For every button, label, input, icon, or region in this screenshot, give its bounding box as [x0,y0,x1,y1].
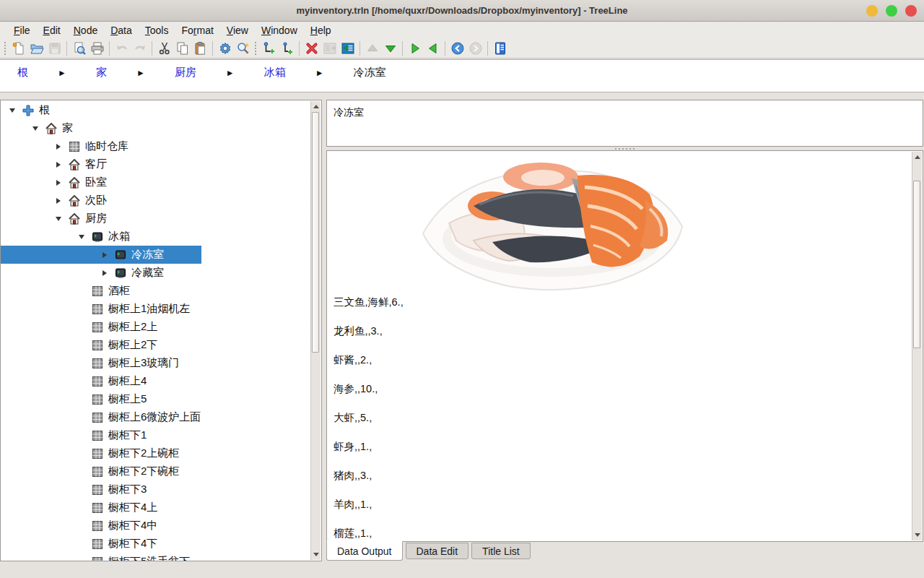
tree-item[interactable]: 酒柜 [1,282,311,300]
tree-item-label: 橱柜上2下 [108,338,157,352]
tree-item[interactable]: 根 [1,101,311,119]
tree-item[interactable]: 冰箱 [1,228,311,246]
tree-panel[interactable]: 根家临时仓库客厅卧室次卧厨房冰箱冷冻室冷藏室酒柜橱柜上1油烟机左橱柜上2上橱柜上… [0,100,322,561]
tree-item[interactable]: 厨房 [1,210,311,228]
scroll-down-button[interactable] [311,550,321,559]
tree-item[interactable]: 橱柜下4上 [1,499,311,517]
scrollbar-thumb[interactable] [913,181,920,348]
cut-icon[interactable] [155,40,173,57]
expander-spacer [77,504,86,512]
tree-item[interactable]: 橱柜下4下 [1,535,311,553]
tree-item[interactable]: 橱柜上3玻璃门 [1,354,311,372]
insert-sibling-before-icon[interactable] [260,40,278,57]
settings-gear-icon[interactable] [216,40,234,57]
tree-item[interactable]: 冷冻室 [1,246,311,264]
expander-open-icon[interactable] [77,233,86,241]
tree-item[interactable]: 橱柜上5 [1,390,311,408]
maximize-button[interactable] [886,5,897,17]
expander-closed-icon[interactable] [54,197,63,205]
tree-item[interactable]: 橱柜下4中 [1,517,311,535]
output-line: 猪肉,,3., [334,469,404,482]
tree-item[interactable]: 橱柜上6微波炉上面 [1,408,311,426]
expander-closed-icon[interactable] [54,178,63,187]
tree-item[interactable]: 橱柜上4 [1,372,311,390]
tab-title-list[interactable]: Title List [471,543,531,559]
print-preview-icon[interactable] [70,40,88,57]
expander-spacer [77,413,86,422]
tree-item[interactable]: 橱柜下5洗手盆下 [1,553,311,561]
shift-left-icon[interactable] [339,40,357,57]
toolbar-drag-handle[interactable] [4,41,7,56]
scroll-up-button[interactable] [311,102,321,111]
menu-node[interactable]: Node [67,23,104,38]
tree-item-label: 冷冻室 [131,248,164,262]
node-title-text: 冷冻室 [334,106,364,118]
breadcrumb-link[interactable]: 根 [17,66,28,79]
scrollbar-thumb[interactable] [312,112,319,353]
close-button[interactable] [905,5,917,17]
expander-closed-icon[interactable] [54,160,63,169]
tree-scrollbar[interactable] [310,101,321,560]
tree-item[interactable]: 卧室 [1,173,311,191]
tab-data-edit[interactable]: Data Edit [406,543,469,559]
expander-open-icon[interactable] [31,124,40,133]
breadcrumb-link[interactable]: 冰箱 [264,66,286,79]
menu-window[interactable]: Window [255,23,304,38]
expander-closed-icon[interactable] [100,251,109,259]
go-next-icon[interactable] [406,40,424,57]
tree-item[interactable]: 橱柜上2下 [1,336,311,354]
go-back-icon[interactable] [448,40,466,57]
tree-item[interactable]: 橱柜下3 [1,480,311,499]
copy-icon[interactable] [173,40,191,57]
open-file-icon[interactable] [27,40,45,57]
minimize-button[interactable] [866,5,878,17]
expander-open-icon[interactable] [54,215,63,223]
print-icon[interactable] [88,40,106,57]
move-down-icon[interactable] [381,40,399,57]
menu-tools[interactable]: Tools [139,23,175,38]
tree-item[interactable]: 橱柜下2下碗柜 [1,462,311,480]
window-titlebar[interactable]: myinventory.trln [/home/quxr/Downloads/D… [0,0,924,22]
toolbar-drag-handle[interactable] [254,41,258,56]
tree-item[interactable]: 客厅 [1,155,311,173]
menu-format[interactable]: Format [175,23,219,38]
tree-item[interactable]: 冷藏室 [1,264,311,282]
tree-item[interactable]: 橱柜下2上碗柜 [1,444,311,462]
tree-item[interactable]: 临时仓库 [1,137,311,155]
expander-closed-icon[interactable] [54,142,63,151]
tree-item[interactable]: 次卧 [1,191,311,210]
menu-view[interactable]: View [220,23,255,38]
expander-closed-icon[interactable] [100,269,109,277]
output-scrollbar[interactable] [912,152,922,540]
paste-icon[interactable] [191,40,209,57]
delete-node-icon[interactable] [302,40,321,57]
toggle-child-pane-icon[interactable] [491,40,509,57]
house-icon [69,159,80,171]
grid-icon [92,358,103,369]
find-icon[interactable] [234,40,252,57]
menu-file[interactable]: File [7,23,37,38]
tree-item[interactable]: 家 [1,119,311,137]
go-prev-icon[interactable] [424,40,442,57]
new-file-icon[interactable] [9,40,27,57]
scroll-up-button[interactable] [912,152,922,162]
breadcrumb-link[interactable]: 家 [96,66,107,79]
tree-item[interactable]: 橱柜下1 [1,426,311,444]
undo-icon [113,40,131,57]
menubar: FileEditNodeDataToolsFormatViewWindowHel… [0,22,924,38]
expander-open-icon[interactable] [8,106,17,115]
menu-edit[interactable]: Edit [37,23,67,38]
toolbar [0,38,924,59]
tree-item-label: 橱柜下2下碗柜 [108,465,179,478]
expander-spacer [77,449,86,458]
menu-data[interactable]: Data [104,23,139,38]
tree-item[interactable]: 橱柜上2上 [1,318,311,336]
tree-item[interactable]: 橱柜上1油烟机左 [1,300,311,318]
tab-data-output[interactable]: Data Output [326,541,403,561]
data-output-panel[interactable]: 三文鱼,海鲜,6.,龙利鱼,,3.,虾酱,,2.,海参,,10.,大虾,,5.,… [326,150,923,542]
insert-child-icon[interactable] [278,40,296,57]
menu-help[interactable]: Help [304,23,338,38]
breadcrumb-link[interactable]: 厨房 [175,66,196,79]
root-cross-icon [22,105,34,116]
scroll-down-button[interactable] [912,530,922,540]
